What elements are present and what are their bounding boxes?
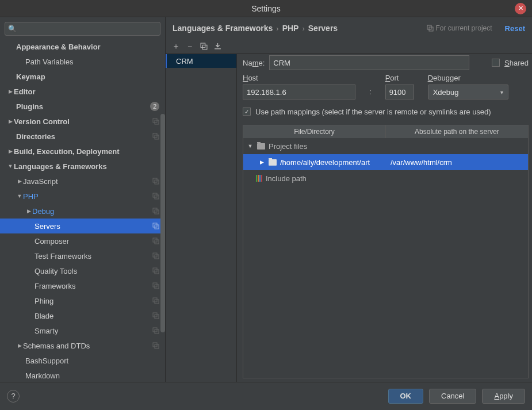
path-mappings-table: File/Directory Absolute path on the serv… <box>243 125 529 378</box>
remote-path-value[interactable]: /var/www/html/crm <box>388 158 528 167</box>
use-path-mappings-checkbox[interactable] <box>243 108 251 116</box>
tree-schemas[interactable]: ▶Schemas and DTDs <box>0 338 165 353</box>
tree-appearance[interactable]: Appearance & Behavior <box>0 39 165 54</box>
tree-quality-tools[interactable]: Quality Tools <box>0 263 165 278</box>
tree-smarty[interactable]: Smarty <box>0 323 165 338</box>
breadcrumb: Languages & Frameworks › PHP › Servers F… <box>166 17 532 39</box>
tree-phing[interactable]: Phing <box>0 293 165 308</box>
search-input[interactable] <box>5 22 160 36</box>
project-scope-icon <box>427 25 434 32</box>
close-icon[interactable]: ✕ <box>515 3 526 14</box>
project-scope-icon <box>152 193 159 200</box>
project-scope-icon <box>152 223 159 229</box>
chevron-right-icon: › <box>302 24 304 33</box>
host-label: Host <box>243 74 355 82</box>
tree-php[interactable]: ▼PHP <box>0 189 165 204</box>
settings-tree: Appearance & Behavior Path Variables Key… <box>0 39 165 382</box>
project-files-label: Project files <box>269 142 307 151</box>
server-name-input[interactable] <box>269 55 469 70</box>
project-scope-icon <box>152 327 159 334</box>
use-path-mappings-label: Use path mappings (select if the server … <box>255 108 491 116</box>
debugger-label: Debugger <box>428 74 508 82</box>
tree-plugins[interactable]: Plugins2 <box>0 99 165 114</box>
project-scope-icon <box>152 118 159 125</box>
tree-javascript[interactable]: ▶JavaScript <box>0 174 165 189</box>
crumb-servers: Servers <box>308 24 338 33</box>
name-label: Name: <box>243 59 265 67</box>
cancel-button[interactable]: Cancel <box>429 389 476 404</box>
project-scope-icon <box>152 133 159 140</box>
include-path-label: Include path <box>266 174 307 183</box>
tree-test-frameworks[interactable]: Test Frameworks <box>0 248 165 263</box>
apply-button[interactable]: Apply <box>482 389 525 404</box>
copy-button[interactable] <box>197 40 210 53</box>
project-scope-icon <box>152 282 159 289</box>
remove-button[interactable]: − <box>183 40 197 53</box>
shared-checkbox[interactable] <box>492 59 500 67</box>
tree-debug[interactable]: ▶Debug <box>0 204 165 219</box>
server-form: Name: Shared Host : Port <box>237 54 532 382</box>
include-path-icon <box>256 175 262 182</box>
dialog-footer: ? OK Cancel Apply <box>0 382 532 409</box>
path-row-include[interactable]: Include path <box>243 170 528 186</box>
tree-bash[interactable]: BashSupport <box>0 353 165 368</box>
tree-frameworks[interactable]: Frameworks <box>0 278 165 293</box>
tree-keymap[interactable]: Keymap <box>0 69 165 84</box>
search-icon: 🔍 <box>8 25 17 33</box>
tree-markdown[interactable]: Markdown <box>0 368 165 382</box>
chevron-down-icon: ▼ <box>247 143 254 149</box>
project-scope-icon <box>152 208 159 214</box>
crumb-languages[interactable]: Languages & Frameworks <box>173 24 273 33</box>
tree-build[interactable]: ▶Build, Execution, Deployment <box>0 144 165 159</box>
add-button[interactable]: ＋ <box>169 40 183 53</box>
tree-vcs[interactable]: ▶Version Control <box>0 114 165 129</box>
project-scope-icon <box>152 237 159 244</box>
tree-editor[interactable]: ▶Editor <box>0 84 165 99</box>
crumb-php[interactable]: PHP <box>282 24 299 33</box>
server-list-item[interactable]: CRM <box>166 54 236 68</box>
tree-directories[interactable]: Directories <box>0 129 165 144</box>
import-button[interactable] <box>210 40 224 53</box>
chevron-right-icon: ▶ <box>7 118 14 124</box>
tree-path-variables[interactable]: Path Variables <box>0 54 165 69</box>
debugger-select[interactable]: Xdebug <box>428 85 508 99</box>
tree-blade[interactable]: Blade <box>0 308 165 323</box>
scrollbar[interactable] <box>160 39 165 382</box>
titlebar: Settings ✕ <box>0 0 532 17</box>
project-scope-icon <box>152 252 159 259</box>
col-absolute-path: Absolute path on the server <box>386 125 528 138</box>
path-row-project-files[interactable]: ▼ Project files <box>243 138 528 154</box>
tree-composer[interactable]: Composer <box>0 233 165 248</box>
shared-label: Shared <box>504 59 529 67</box>
local-path-value: /home/ally/development/art <box>280 158 370 167</box>
for-project-label: For current project <box>427 24 492 32</box>
path-row-mapping[interactable]: ▶ /home/ally/development/art /var/www/ht… <box>243 154 528 170</box>
folder-icon <box>269 159 277 166</box>
reset-link[interactable]: Reset <box>505 24 525 33</box>
server-list: CRM <box>166 54 237 382</box>
project-scope-icon <box>152 342 159 349</box>
tree-servers[interactable]: Servers <box>0 219 165 233</box>
settings-sidebar: 🔍 Appearance & Behavior Path Variables K… <box>0 17 166 382</box>
host-input[interactable] <box>243 85 355 99</box>
project-scope-icon <box>152 297 159 304</box>
folder-icon <box>257 143 265 150</box>
chevron-right-icon: ▶ <box>16 178 23 184</box>
chevron-right-icon: ▶ <box>7 89 14 94</box>
chevron-down-icon: ▼ <box>7 163 14 169</box>
project-scope-icon <box>152 267 159 274</box>
window-title: Settings <box>251 4 281 13</box>
help-button[interactable]: ? <box>7 390 20 403</box>
project-scope-icon <box>152 178 159 185</box>
ok-button[interactable]: OK <box>388 389 424 404</box>
plugins-badge: 2 <box>150 102 159 111</box>
port-input[interactable] <box>385 85 414 99</box>
chevron-right-icon: ▶ <box>16 343 23 348</box>
chevron-right-icon: ▶ <box>258 159 265 165</box>
tree-languages[interactable]: ▼Languages & Frameworks <box>0 159 165 174</box>
colon-label: : <box>369 85 372 99</box>
col-file-directory: File/Directory <box>243 125 386 138</box>
port-label: Port <box>385 74 414 82</box>
chevron-down-icon: ▼ <box>16 193 23 199</box>
server-toolbar: ＋ − <box>166 39 532 54</box>
